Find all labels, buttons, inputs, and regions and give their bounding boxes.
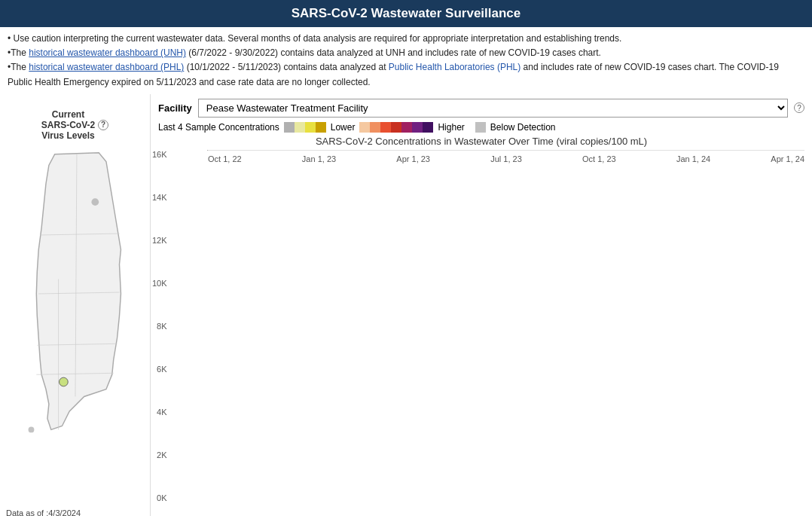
y-axis: 16K 14K 12K 10K 8K 6K 4K 2K 0K (152, 150, 170, 502)
sample-color-3 (305, 122, 316, 133)
sample-color-4 (316, 122, 326, 133)
chart-wrapper: 16K 14K 12K 10K 8K 6K 4K 2K 0K (181, 150, 804, 502)
notice-3: •The historical wastewater dashboard (PH… (8, 60, 804, 89)
gradient-color-boxes (359, 122, 433, 133)
unh-link[interactable]: historical wastewater dashboard (UNH) (29, 47, 186, 58)
gradient-4 (391, 122, 401, 133)
facility-dot-south[interactable] (60, 377, 69, 386)
chart-area: Oct 1, 22 Jan 1, 23 Apr 1, 23 Jul 1, 23 … (207, 150, 804, 151)
facility-dot-southwest (29, 426, 35, 432)
lower-label: Lower (331, 122, 356, 133)
grid-0k (208, 150, 804, 151)
facility-dot-north (91, 198, 99, 206)
gradient-6 (412, 122, 423, 133)
facility-label: Facility (158, 102, 192, 114)
notice-1: • Use caution interpreting the current w… (8, 32, 804, 46)
x-axis: Oct 1, 22 Jan 1, 23 Apr 1, 23 Jul 1, 23 … (208, 154, 804, 163)
legend-row: Last 4 Sample Concentrations Lower Highe… (158, 122, 804, 133)
higher-label: Higher (438, 122, 464, 133)
sample-color-2 (295, 122, 305, 133)
data-as-of: Data as of :4/3/2024 (6, 508, 81, 516)
phl-link[interactable]: historical wastewater dashboard (PHL) (29, 62, 184, 72)
gradient-5 (401, 122, 412, 133)
map-label: CurrentSARS-CoV-2Virus Levels ? (41, 109, 108, 141)
map-help-icon[interactable]: ? (98, 120, 108, 130)
sample-color-1 (284, 122, 295, 133)
main-content: CurrentSARS-CoV-2Virus Levels ? (0, 94, 812, 516)
below-detection-box (475, 122, 486, 133)
gradient-2 (370, 122, 380, 133)
right-panel: Facility Pease Wastewater Treatment Faci… (151, 94, 812, 516)
map-container (9, 147, 141, 441)
left-panel: CurrentSARS-CoV-2Virus Levels ? (0, 94, 151, 516)
gradient-1 (359, 122, 370, 133)
gradient-3 (380, 122, 391, 133)
map-svg (9, 147, 141, 441)
chart-title: SARS-CoV-2 Concentrations in Wastewater … (158, 136, 804, 147)
gradient-7 (423, 122, 433, 133)
sample-color-boxes (284, 122, 326, 133)
below-detection-label: Below Detection (490, 122, 556, 133)
facility-select[interactable]: Pease Wastewater Treatment Facility (198, 99, 788, 118)
concentrations-label: Last 4 Sample Concentrations (158, 122, 279, 133)
notices-section: • Use caution interpreting the current w… (0, 27, 812, 94)
page-title: SARS-CoV-2 Wastewater Surveillance (0, 0, 812, 27)
facility-help-icon[interactable]: ? (794, 102, 804, 113)
notice-2: •The historical wastewater dashboard (UN… (8, 46, 804, 60)
facility-row: Facility Pease Wastewater Treatment Faci… (158, 99, 804, 118)
